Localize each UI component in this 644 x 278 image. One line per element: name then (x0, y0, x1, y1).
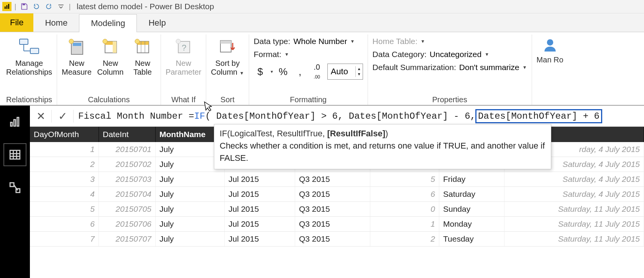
group-whatif: ? New Parameter What If (161, 34, 206, 105)
data-category-selector[interactable]: Data Category: Uncategorized ▼ (373, 50, 527, 59)
svg-point-15 (103, 39, 107, 44)
chevron-down-icon: ▼ (240, 71, 244, 75)
sort-by-column-button[interactable]: Sort by Column ▼ (211, 34, 244, 77)
cell: Tuesday (439, 232, 504, 246)
svg-rect-6 (30, 48, 39, 54)
data-type-value: Whole Number (293, 37, 347, 46)
cell: Q3 2015 (295, 187, 370, 201)
cell: Sunday (439, 202, 504, 216)
ribbon-tab-strip: File Home Modeling Help (0, 13, 644, 32)
manage-relationships-button[interactable]: Manage Relationships (6, 34, 52, 77)
cell: 3 (30, 172, 99, 186)
sort-icon (218, 36, 237, 57)
cell: Jul 2015 (225, 202, 295, 216)
new-column-label: New Column (97, 59, 123, 77)
save-button[interactable] (19, 2, 29, 11)
table-row[interactable]: 320150703JulyJul 2015Q3 20155FridaySatur… (30, 172, 644, 187)
app-icon (2, 2, 12, 11)
cell: 6 (370, 187, 439, 201)
cell: 1 (370, 217, 439, 231)
tooltip-signature: IF(LogicalTest, ResultIfTrue, [ResultIfF… (220, 128, 545, 140)
cell: Q3 2015 (295, 217, 370, 231)
svg-point-11 (69, 39, 74, 44)
tab-file[interactable]: File (0, 13, 33, 32)
cell: July (156, 232, 225, 246)
new-table-button[interactable]: New Table (129, 34, 156, 77)
decimals-stepper[interactable]: ▲▼ (327, 64, 363, 80)
svg-rect-28 (14, 119, 15, 126)
tab-home[interactable]: Home (33, 14, 79, 32)
new-column-button[interactable]: New Column (97, 34, 124, 77)
svg-rect-0 (5, 7, 6, 9)
cell: 20150704 (99, 187, 156, 201)
cell: Saturday, 4 July 2015 (504, 172, 644, 186)
table-row[interactable]: 420150704JulyJul 2015Q3 20156SaturdaySat… (30, 187, 644, 202)
cell: July (156, 187, 225, 201)
format-selector[interactable]: Format: ▼ (254, 50, 363, 59)
qat-customize-button[interactable] (56, 2, 66, 11)
redo-button[interactable] (44, 2, 54, 11)
cell: Saturday, 11 July 2015 (504, 202, 644, 216)
table-row[interactable]: 620150706JulyJul 2015Q3 20151MondaySatur… (30, 217, 644, 232)
report-view-button[interactable] (4, 111, 26, 132)
svg-rect-3 (23, 4, 25, 5)
svg-rect-27 (11, 122, 12, 126)
table-row[interactable]: 720150707JulyJul 2015Q3 20152TuesdaySatu… (30, 232, 644, 247)
table-row[interactable]: 520150705JulyJul 2015Q3 20150SundaySatur… (30, 202, 644, 217)
currency-button[interactable]: $ (254, 66, 267, 78)
tab-modeling[interactable]: Modeling (79, 14, 137, 32)
manage-roles-button[interactable]: Man Ro (537, 34, 564, 64)
column-header[interactable]: DayOfMonth (30, 127, 99, 142)
svg-point-20 (135, 39, 140, 44)
cell: 5 (30, 202, 99, 216)
ribbon: Manage Relationships Relationships New M… (0, 32, 644, 106)
sort-by-column-label: Sort by Column ▼ (211, 59, 244, 77)
default-summarization-label: Default Summarization: (373, 63, 456, 72)
chevron-down-icon: ▼ (284, 52, 289, 57)
default-summarization-value: Don't summarize (459, 63, 519, 72)
undo-button[interactable] (31, 2, 41, 11)
formula-input[interactable]: Fiscal Month Number = IF( Dates[MonthOfY… (74, 110, 644, 122)
cell: 1 (30, 142, 99, 157)
decimals-input[interactable] (328, 65, 355, 78)
new-table-label: New Table (133, 59, 152, 77)
cell: Saturday, 4 July 2015 (504, 187, 644, 201)
commit-formula-button[interactable]: ✓ (52, 110, 74, 123)
cell: July (156, 202, 225, 216)
cell: 2 (370, 232, 439, 246)
data-view-button[interactable] (4, 144, 26, 165)
cancel-formula-button[interactable]: ✕ (30, 110, 52, 123)
spinner-icon[interactable]: ▲▼ (355, 66, 363, 77)
model-view-button[interactable] (4, 177, 26, 198)
svg-rect-25 (220, 41, 231, 44)
chevron-down-icon: ▼ (485, 52, 489, 57)
cell: July (156, 172, 225, 186)
tab-help[interactable]: Help (137, 14, 177, 32)
group-relationships: Manage Relationships Relationships (2, 34, 57, 105)
intellisense-tooltip: IF(LogicalTest, ResultIfTrue, [ResultIfF… (214, 124, 551, 169)
new-measure-button[interactable]: New Measure (62, 34, 92, 77)
formula-bar: ✕ ✓ Fiscal Month Number = IF( Dates[Mont… (30, 106, 644, 127)
cell: Saturday (439, 187, 504, 201)
svg-rect-14 (113, 41, 117, 53)
format-label: Format: (254, 50, 281, 59)
roles-icon (542, 37, 559, 56)
column-header[interactable]: DateInt (99, 127, 156, 142)
group-properties: Home Table: ▼ Data Category: Uncategoriz… (368, 34, 532, 105)
home-table-selector: Home Table: ▼ (373, 37, 527, 46)
decimal-icon[interactable]: .0.00 (310, 63, 324, 80)
percent-button[interactable]: % (277, 66, 290, 78)
group-calculations: New Measure New Column New Table Calcula… (57, 34, 161, 105)
group-whatif-label: What If (171, 95, 196, 104)
cell: Jul 2015 (225, 172, 295, 186)
cell: Q3 2015 (295, 232, 370, 246)
group-relationships-label: Relationships (6, 95, 52, 104)
default-summarization-selector[interactable]: Default Summarization: Don't summarize ▼ (373, 63, 527, 72)
formula-body: ( Dates[MonthOfYear] > 6, Dates[MonthOfY… (205, 111, 476, 121)
data-type-selector[interactable]: Data type: Whole Number ▼ (254, 37, 363, 46)
cell: Q3 2015 (295, 202, 370, 216)
group-calculations-label: Calculations (88, 95, 130, 104)
comma-button[interactable]: , (294, 66, 307, 78)
cell: 20150705 (99, 202, 156, 216)
qat-separator: | (14, 2, 17, 11)
